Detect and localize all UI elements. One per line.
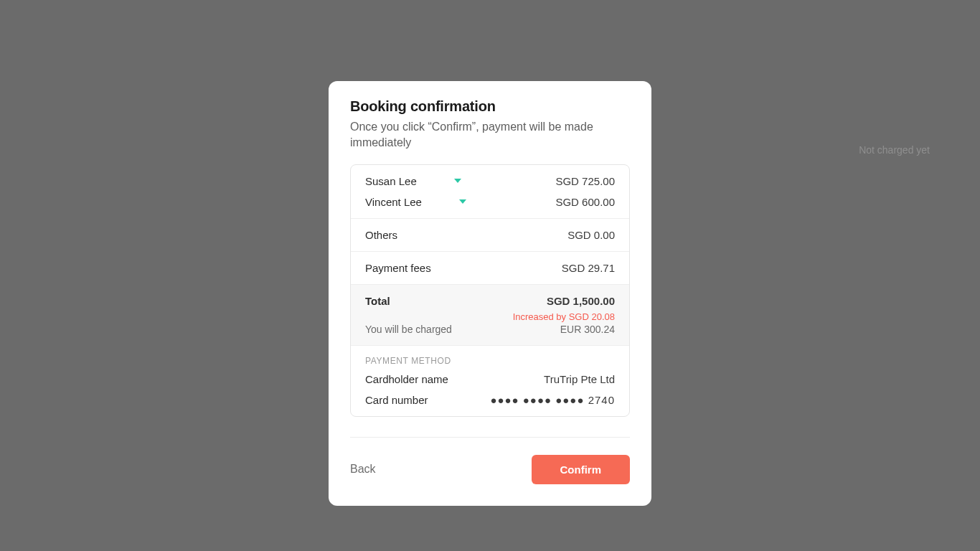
price-increase-notice: Increased by SGD 20.08 bbox=[365, 311, 615, 322]
others-section: Others SGD 0.00 bbox=[351, 219, 629, 252]
traveller-amount: SGD 725.00 bbox=[555, 175, 615, 187]
total-section: Total SGD 1,500.00 Increased by SGD 20.0… bbox=[351, 285, 629, 346]
traveller-name: Vincent Lee bbox=[365, 196, 422, 208]
back-button[interactable]: Back bbox=[350, 457, 376, 481]
total-label: Total bbox=[365, 295, 390, 307]
fees-label: Payment fees bbox=[365, 262, 431, 274]
cardholder-value: TruTrip Pte Ltd bbox=[544, 373, 615, 385]
others-label: Others bbox=[365, 229, 397, 241]
charged-label: You will be charged bbox=[365, 324, 452, 335]
payment-method-header: PAYMENT METHOD bbox=[365, 356, 615, 366]
charged-amount: EUR 300.24 bbox=[560, 324, 615, 335]
booking-confirmation-modal: Booking confirmation Once you click “Con… bbox=[329, 81, 651, 506]
background-status-text: Not charged yet bbox=[859, 144, 930, 156]
others-amount: SGD 0.00 bbox=[567, 229, 615, 241]
modal-title: Booking confirmation bbox=[350, 98, 630, 115]
modal-subtitle: Once you click “Confirm”, payment will b… bbox=[350, 119, 630, 151]
travellers-section: Susan Lee SGD 725.00 Vincent Lee SGD 600… bbox=[351, 165, 629, 219]
confirm-button[interactable]: Confirm bbox=[532, 455, 631, 484]
chevron-down-icon bbox=[454, 179, 461, 183]
traveller-row[interactable]: Susan Lee SGD 725.00 bbox=[365, 175, 615, 187]
cardnumber-value: ●●●● ●●●● ●●●● 2740 bbox=[490, 394, 615, 406]
fees-section: Payment fees SGD 29.71 bbox=[351, 252, 629, 285]
cardnumber-label: Card number bbox=[365, 394, 428, 406]
cardholder-label: Cardholder name bbox=[365, 373, 448, 385]
price-summary-card: Susan Lee SGD 725.00 Vincent Lee SGD 600… bbox=[350, 164, 630, 417]
payment-method-section: PAYMENT METHOD Cardholder name TruTrip P… bbox=[351, 346, 629, 416]
chevron-down-icon bbox=[459, 199, 466, 204]
traveller-amount: SGD 600.00 bbox=[555, 196, 615, 208]
traveller-row[interactable]: Vincent Lee SGD 600.00 bbox=[365, 196, 615, 208]
total-amount: SGD 1,500.00 bbox=[547, 295, 615, 307]
fees-amount: SGD 29.71 bbox=[562, 262, 615, 274]
traveller-name: Susan Lee bbox=[365, 175, 417, 187]
modal-footer: Back Confirm bbox=[350, 437, 630, 484]
